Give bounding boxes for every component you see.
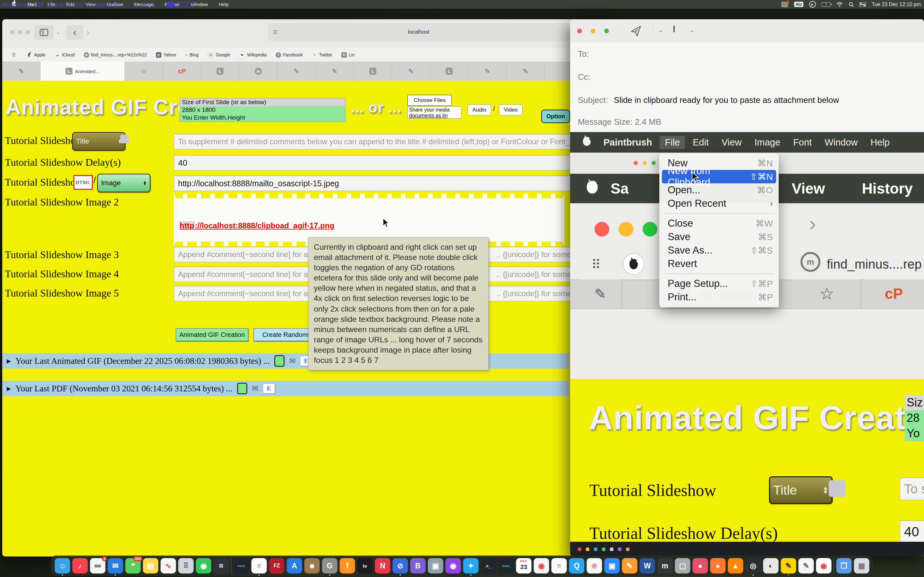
dock-chrome-icon[interactable]: ◉ [534, 558, 549, 574]
timer-icon[interactable] [274, 355, 284, 367]
bookmark-wikipedia[interactable]: WWikipedia [239, 52, 267, 58]
dock-exec2-icon[interactable]: exec [499, 558, 514, 574]
tab-l3[interactable]: L [430, 61, 468, 81]
menu-item-save-as[interactable]: Save As...⇧⌘S [659, 243, 779, 257]
app-status-icon[interactable] [781, 2, 788, 7]
dock-filezilla-icon[interactable]: FZ [269, 558, 284, 574]
dock-messages-icon[interactable]: ❝204 [126, 558, 141, 574]
dock-orange-app-icon[interactable]: ● [710, 558, 726, 574]
dock-network-icon[interactable]: ⊘ [393, 558, 408, 574]
bookmark-google[interactable]: GGoogle [208, 52, 230, 58]
dock-record-app-icon[interactable]: ◉ [816, 558, 832, 574]
dock-terminal-icon[interactable]: >_ [481, 558, 496, 574]
now-playing-icon[interactable]: ▶ [809, 1, 816, 8]
zoom-button[interactable] [604, 29, 609, 33]
dock-exec-icon[interactable]: exec [234, 558, 249, 574]
to-field[interactable]: To: [570, 42, 924, 65]
cc-field[interactable]: Cc: [570, 65, 924, 89]
share-media-label[interactable]: Share your mediadocuments as lin [407, 106, 461, 119]
forward-button[interactable]: › [86, 27, 89, 38]
image1-url-input[interactable]: http://localhost:8888/mailto_osascript-1… [174, 176, 573, 191]
small-envelope-icon[interactable]: ✉ [252, 384, 258, 393]
dock-reminders-icon[interactable]: ≔3 [90, 558, 105, 574]
slide-size-box[interactable]: Size of First Slide (or as below) 2880 x… [180, 98, 346, 122]
image5-input-fragment[interactable]: .. {[unicode]} for some en [493, 286, 572, 301]
image-dropdown[interactable]: Image▲▼ [97, 174, 150, 192]
image2-url-link[interactable]: http://localhost:8888/clipboad_agif-17.p… [179, 221, 334, 230]
delay-input[interactable]: 40 [174, 155, 573, 171]
dock-trash-icon[interactable]: ▦ [854, 558, 869, 574]
dock-quicktime-icon[interactable]: Q [569, 558, 585, 574]
dock-contacts-icon[interactable]: ☻ [304, 558, 320, 574]
back-button[interactable]: ‹ [66, 25, 83, 40]
close-button[interactable] [577, 29, 582, 33]
menu-item-new-from-clipboard[interactable]: New from Clipboard⇧⌘N [662, 170, 776, 183]
dock-app-store-icon[interactable]: A [287, 558, 302, 574]
dock-paintbrush2-icon[interactable]: ✎ [798, 558, 814, 574]
slide-size-value[interactable]: 2880 x 1800 [180, 106, 345, 114]
bookmarks-grid-icon[interactable]: ⠿ [12, 52, 16, 58]
dock-pink-app-icon[interactable]: ● [693, 558, 708, 574]
menu-item-revert[interactable]: Revert [659, 257, 779, 271]
dock-vlc-icon[interactable]: ▲ [728, 558, 743, 574]
spotlight-icon[interactable] [849, 2, 854, 7]
address-bar[interactable]: ☰ localhost [268, 23, 569, 41]
subject-field[interactable]: Subject: Slide in clipboard ready for yo… [570, 89, 924, 111]
tab-animated-active[interactable]: LAnimated... [40, 61, 125, 81]
zoom-button[interactable] [25, 30, 30, 35]
choose-files-button[interactable]: Choose Files [407, 95, 452, 106]
attachment-screenshot[interactable]: Paintbrush File Edit View Image Font Win… [570, 132, 924, 556]
image4-input-fragment[interactable]: .. {[unicode]} for some en [493, 267, 572, 282]
dock-pages-icon[interactable]: ✎ [622, 558, 638, 574]
timer-icon[interactable] [237, 383, 247, 394]
title-dropdown[interactable]: Title▲▼ [72, 132, 126, 151]
sidebar-toggle-button[interactable] [34, 25, 53, 40]
dock-calculator-icon[interactable]: ⌗ [214, 558, 229, 574]
dock-image-capture-icon[interactable]: ▣ [428, 558, 443, 574]
dock-firefox-icon[interactable]: f [340, 558, 355, 574]
dock-mail-icon[interactable]: ✉ [108, 558, 123, 574]
control-center-icon[interactable] [859, 2, 866, 7]
menu-clock[interactable]: Tue 23 Dec 12:10 pm [872, 2, 921, 7]
dock-podcasts-icon[interactable]: ◉ [446, 558, 461, 574]
disclosure-triangle-icon[interactable]: ▶ [7, 385, 11, 392]
dock-bbedit-icon[interactable]: B [410, 558, 426, 574]
dock-stocks-icon[interactable]: ∿ [161, 558, 176, 574]
format-menu-icon[interactable] [674, 26, 675, 32]
dock-calendar-icon[interactable]: DEC23 [516, 558, 531, 574]
title-toggle-swatch[interactable] [120, 135, 129, 143]
dock-apple-tv-icon[interactable]: tv [357, 558, 373, 574]
menu-help[interactable]: Help [219, 2, 229, 7]
tab-brush3[interactable]: ✎ [316, 61, 354, 81]
tab-l1[interactable]: L [201, 61, 239, 81]
dock-music-icon[interactable]: ♪ [73, 558, 88, 574]
bookmark-icloud[interactable]: ☁iCloud [55, 52, 75, 58]
dock-utility-icon[interactable]: ▢ [675, 558, 690, 574]
image3-input-fragment[interactable]: .. {[unicode]} for some en [493, 247, 572, 262]
format-chevron-icon[interactable]: ⌄ [690, 26, 695, 34]
menu-item-open[interactable]: Open...⌘O [659, 183, 779, 197]
dock-safari-icon[interactable]: ✦ [463, 558, 479, 574]
dock-zoom-icon[interactable]: ▣ [604, 558, 620, 574]
last-pdf-bar[interactable]: ▶ Your Last PDF (November 03 2021 06:14:… [2, 381, 569, 396]
menu-item-page-setup[interactable]: Page Setup...⇧⌘P [659, 277, 779, 290]
wifi-icon[interactable] [837, 2, 843, 7]
bookmark-find-minus[interactable]: mfind_minus....rep+%22s%22 [84, 52, 147, 58]
sidebar-chevron-icon[interactable]: ⌄ [56, 29, 60, 35]
dock-textedit2-icon[interactable]: ≡ [551, 558, 567, 574]
option-button[interactable]: Option [541, 110, 570, 123]
menu-item-save[interactable]: Save⌘S [659, 230, 779, 243]
minimize-button[interactable] [18, 30, 23, 35]
send-button[interactable] [630, 25, 642, 37]
menu-item-close[interactable]: Close⌘W [659, 217, 779, 230]
dock-mindnode-icon[interactable]: m [657, 558, 673, 574]
tab-l2[interactable]: L [354, 61, 392, 81]
audio-button[interactable]: Audio [467, 105, 491, 115]
send-chevron-icon[interactable]: ⌄ [658, 26, 663, 34]
tab-brush4[interactable]: ✎ [392, 61, 430, 81]
dock-news-icon[interactable]: N [375, 558, 391, 574]
tab-m[interactable]: m [239, 61, 278, 81]
disclosure-triangle-icon[interactable]: ▶ [7, 358, 11, 364]
tab-brush5[interactable]: ✎ [468, 61, 507, 81]
bookmark-bing[interactable]: ⌕Bing [185, 52, 199, 58]
